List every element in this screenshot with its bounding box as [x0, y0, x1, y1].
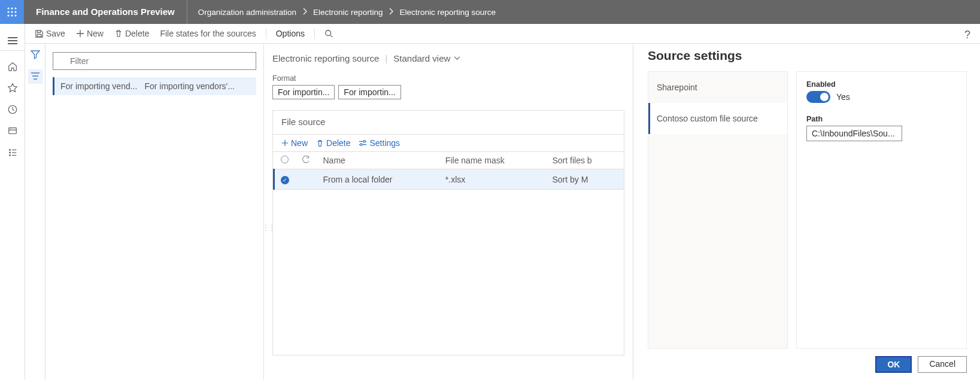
- search-button[interactable]: [321, 29, 336, 38]
- breadcrumb: Organization administration Electronic r…: [187, 8, 496, 17]
- col-select[interactable]: [274, 152, 296, 169]
- options-button[interactable]: Options: [272, 29, 308, 38]
- filter-input[interactable]: [53, 52, 256, 70]
- format-label: Format: [272, 74, 624, 83]
- breadcrumb-item[interactable]: Organization administration: [198, 8, 296, 17]
- svg-point-11: [9, 150, 10, 151]
- svg-point-18: [360, 144, 363, 146]
- save-button[interactable]: Save: [31, 29, 69, 38]
- list-item-col2: For importing vendors'...: [144, 81, 235, 91]
- breadcrumb-item[interactable]: Electronic reporting source: [399, 8, 496, 17]
- list-item[interactable]: For importing vend... For importing vend…: [53, 77, 256, 95]
- svg-point-13: [9, 155, 10, 156]
- file-source-new-button[interactable]: New: [281, 138, 308, 148]
- flyout-tabs: Sharepoint Contoso custom file source: [648, 71, 788, 349]
- trash-icon: [114, 29, 123, 38]
- clock-icon[interactable]: [7, 104, 19, 115]
- options-label: Options: [276, 29, 305, 38]
- save-icon: [35, 29, 44, 38]
- splitter-handle[interactable]: ⋮⋮: [262, 223, 274, 232]
- app-name: Finance and Operations Preview: [24, 0, 187, 24]
- new-label: New: [87, 29, 104, 38]
- svg-rect-10: [8, 128, 16, 134]
- flyout-form: Enabled Yes Path C:\InboundFiles\Sou...: [796, 71, 967, 349]
- list-item-col1: For importing vend...: [60, 81, 137, 91]
- format-value-1[interactable]: For importin...: [272, 85, 335, 99]
- home-icon[interactable]: [7, 60, 19, 72]
- command-bar: Save New Delete File states for the sour…: [25, 24, 980, 44]
- svg-point-15: [326, 31, 331, 36]
- svg-point-12: [9, 152, 10, 153]
- svg-point-4: [11, 11, 13, 13]
- chevron-right-icon: [302, 8, 307, 17]
- new-label: New: [291, 138, 308, 148]
- separator: [266, 28, 266, 39]
- col-refresh[interactable]: [296, 152, 317, 169]
- svg-point-3: [7, 11, 9, 13]
- source-settings-flyout: Source settings Sharepoint Contoso custo…: [633, 44, 980, 380]
- tab-contoso-custom[interactable]: Contoso custom file source: [648, 103, 787, 134]
- svg-rect-14: [37, 34, 41, 37]
- svg-point-7: [11, 14, 13, 16]
- path-label: Path: [806, 115, 957, 123]
- table-row[interactable]: ✓ From a local folder *.xlsx Sort by M: [274, 169, 624, 190]
- file-states-label: File states for the sources: [160, 29, 256, 38]
- new-button[interactable]: New: [72, 29, 107, 38]
- svg-point-17: [363, 141, 366, 143]
- delete-label: Delete: [125, 29, 149, 38]
- svg-point-1: [11, 7, 13, 9]
- svg-point-6: [7, 14, 9, 16]
- separator: [314, 28, 315, 39]
- modules-icon[interactable]: [7, 147, 19, 159]
- file-source-cmdbar: New Delete Settings: [273, 135, 624, 152]
- refresh-icon: [302, 156, 310, 163]
- file-source-panel: File source New Delete Settings: [272, 110, 624, 355]
- search-icon: [324, 29, 333, 38]
- plus-icon: [281, 139, 289, 147]
- settings-label: Settings: [369, 138, 400, 148]
- cell-name: From a local folder: [317, 169, 439, 190]
- delete-label: Delete: [326, 138, 350, 148]
- trash-icon: [316, 139, 324, 147]
- col-mask[interactable]: File name mask: [439, 152, 547, 169]
- star-icon[interactable]: [7, 82, 19, 94]
- app-launcher-button[interactable]: [0, 0, 24, 24]
- enabled-toggle[interactable]: [806, 91, 830, 103]
- main-panel: ⋮⋮ Electronic reporting source | Standar…: [264, 44, 633, 380]
- svg-point-8: [14, 14, 16, 16]
- page-title: Electronic reporting source: [272, 53, 379, 63]
- cell-sort: Sort by M: [546, 169, 624, 190]
- enabled-label: Enabled: [806, 80, 957, 89]
- breadcrumb-item[interactable]: Electronic reporting: [313, 8, 383, 17]
- cancel-button[interactable]: Cancel: [918, 356, 967, 373]
- file-source-title: File source: [273, 111, 624, 135]
- nav-toggle-button[interactable]: [0, 31, 25, 51]
- filter-icon[interactable]: [31, 50, 40, 61]
- file-source-delete-button[interactable]: Delete: [316, 138, 350, 148]
- ok-button[interactable]: OK: [875, 356, 912, 373]
- col-sort[interactable]: Sort files b: [546, 152, 624, 169]
- svg-point-0: [7, 7, 9, 9]
- file-states-button[interactable]: File states for the sources: [156, 29, 259, 38]
- save-label: Save: [46, 29, 65, 38]
- help-icon[interactable]: ?: [964, 29, 970, 41]
- chevron-right-icon: [389, 8, 393, 17]
- waffle-icon: [7, 7, 17, 17]
- format-value-2[interactable]: For importin...: [338, 85, 401, 99]
- svg-point-2: [14, 7, 16, 9]
- file-source-grid: Name File name mask Sort files b ✓ From …: [273, 152, 624, 190]
- tab-sharepoint[interactable]: Sharepoint: [648, 72, 787, 103]
- settings-icon: [359, 139, 367, 147]
- cell-mask: *.xlsx: [439, 169, 547, 190]
- view-label: Standard view: [393, 53, 450, 63]
- enabled-value: Yes: [836, 92, 850, 102]
- workspace-icon[interactable]: [7, 125, 19, 137]
- path-input[interactable]: C:\InboundFiles\Sou...: [806, 126, 902, 141]
- svg-point-5: [14, 11, 16, 13]
- list-icon[interactable]: [28, 69, 43, 84]
- left-rail: [0, 24, 25, 380]
- col-name[interactable]: Name: [317, 152, 439, 169]
- file-source-settings-button[interactable]: Settings: [359, 138, 400, 148]
- view-selector[interactable]: Standard view: [393, 53, 460, 63]
- delete-button[interactable]: Delete: [111, 29, 153, 38]
